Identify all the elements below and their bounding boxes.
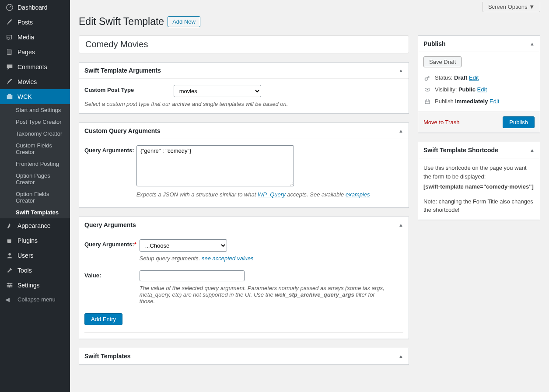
media-icon [5, 33, 14, 41]
submenu-ofc[interactable]: Option Fields Creator [0, 188, 70, 206]
post-title-input[interactable] [79, 35, 409, 53]
select-query-argument[interactable]: ...Choose [140, 239, 227, 252]
desc-setup: Setup query arguments. see accepted valu… [140, 255, 254, 262]
users-icon [5, 252, 14, 259]
collapse-icon: ▲ [399, 354, 403, 359]
submenu-cfc[interactable]: Custom Fields Creator [0, 140, 70, 158]
key-icon [423, 75, 431, 81]
shortcode-instruction: Use this shortcode on the page you want … [423, 164, 535, 181]
box-template-arguments-header[interactable]: Swift Template Arguments ▲ [79, 63, 409, 79]
save-draft-button[interactable]: Save Draft [423, 56, 462, 67]
svg-point-16 [427, 89, 428, 90]
collapse-icon: ▲ [399, 128, 403, 133]
collapse-icon: ▲ [399, 68, 403, 73]
svg-rect-1 [7, 35, 12, 39]
box-shortcode: Swift Template Shortcode ▲ Use this shor… [418, 142, 540, 220]
submenu-fp[interactable]: Frontend Posting [0, 158, 70, 170]
collapse-icon: ▲ [530, 147, 535, 153]
collapse-icon: ▲ [399, 222, 403, 228]
appearance-icon [5, 222, 14, 230]
menu-appearance[interactable]: Appearance [0, 218, 70, 233]
shortcode-note: Note: changing the Form Title also chang… [423, 197, 535, 214]
input-value[interactable] [140, 270, 245, 281]
pages-icon [5, 48, 14, 56]
svg-point-14 [425, 78, 427, 80]
svg-rect-6 [8, 94, 11, 96]
svg-rect-4 [8, 50, 12, 56]
menu-posts[interactable]: Posts [0, 15, 70, 30]
label-query-arguments2: Query Arguments:* [84, 239, 138, 248]
submenu-wck: Start and Settings Post Type Creator Tax… [0, 104, 70, 218]
collapse-icon: ◀ [5, 296, 14, 303]
desc-json: Expects a JSON with a structure similar … [136, 191, 370, 198]
menu-dashboard[interactable]: Dashboard [0, 0, 70, 15]
submenu-opc[interactable]: Option Pages Creator [0, 170, 70, 188]
menu-settings[interactable]: Settings [0, 278, 70, 293]
menu-users[interactable]: Users [0, 248, 70, 263]
label-custom-post-type: Custom Post Type [84, 85, 172, 93]
box-custom-query-header[interactable]: Custom Query Arguments ▲ [79, 123, 409, 139]
box-query-arguments-header[interactable]: Query Arguments ▲ [79, 217, 409, 233]
menu-media[interactable]: Media [0, 30, 70, 45]
submenu-st[interactable]: Swift Templates [0, 206, 70, 218]
page-title: Edit Swift Template [79, 16, 164, 28]
add-new-button[interactable]: Add New [168, 16, 200, 27]
box-custom-query: Custom Query Arguments ▲ Query Arguments… [79, 122, 409, 208]
comments-icon [5, 63, 14, 71]
collapse-menu[interactable]: ◀Collapse menu [0, 293, 70, 306]
submenu-start[interactable]: Start and Settings [0, 104, 70, 116]
settings-icon [5, 281, 14, 289]
box-publish: Publish ▲ Save Draft Status: Draft Edit [418, 35, 540, 133]
textarea-query-arguments[interactable]: {"genre" : "comedy"} [136, 145, 294, 186]
box-swift-templates: Swift Templates ▲ [79, 348, 409, 365]
shortcode-code: [swift-template name="comedy-movies"] [423, 183, 534, 190]
dashboard-icon [5, 4, 14, 11]
publish-button[interactable]: Publish [503, 116, 535, 128]
svg-rect-17 [425, 100, 430, 103]
box-query-arguments: Query Arguments ▲ Query Arguments:* ...C… [79, 217, 409, 339]
menu-pages[interactable]: Pages [0, 45, 70, 60]
menu-tools[interactable]: Tools [0, 263, 70, 278]
plugins-icon [5, 237, 14, 245]
tools-icon [5, 266, 14, 274]
desc-value: The value of the selected query argument… [140, 285, 385, 304]
screen-options-button[interactable]: Screen Options ▼ [483, 2, 540, 12]
calendar-icon [423, 98, 431, 105]
svg-point-12 [10, 284, 12, 286]
box-shortcode-header[interactable]: Swift Template Shortcode ▲ [418, 142, 540, 158]
box-template-arguments: Swift Template Arguments ▲ Custom Post T… [79, 62, 409, 114]
menu-wck[interactable]: WCK [0, 89, 70, 104]
submenu-tc[interactable]: Taxonomy Creator [0, 128, 70, 140]
box-publish-header[interactable]: Publish ▲ [418, 36, 540, 52]
label-query-arguments: Query Arguments: [84, 145, 135, 154]
edit-status-link[interactable]: Edit [469, 74, 479, 81]
pin-icon [5, 18, 14, 26]
svg-point-13 [8, 286, 10, 288]
add-entry-button[interactable]: Add Entry [84, 313, 122, 325]
eye-icon [423, 87, 431, 93]
label-value: Value: [84, 270, 138, 279]
pin-icon [5, 78, 14, 86]
move-to-trash-link[interactable]: Move to Trash [423, 119, 459, 126]
admin-menu: Dashboard Posts Media Pages Comments Mov… [0, 0, 70, 392]
wck-icon [5, 93, 14, 101]
menu-movies[interactable]: Movies [0, 74, 70, 89]
link-examples[interactable]: examples [346, 191, 370, 198]
link-wp-query[interactable]: WP_Query [258, 191, 286, 198]
select-custom-post-type[interactable]: movies [174, 85, 261, 97]
svg-point-11 [8, 283, 10, 285]
box-swift-templates-header[interactable]: Swift Templates ▲ [79, 348, 409, 364]
menu-plugins[interactable]: Plugins [0, 233, 70, 248]
chevron-down-icon: ▼ [529, 4, 535, 10]
edit-visibility-link[interactable]: Edit [477, 86, 487, 93]
menu-comments[interactable]: Comments [0, 60, 70, 74]
submenu-ptc[interactable]: Post Type Creator [0, 116, 70, 128]
desc-custom-post-type: Select a custom post type that our archi… [84, 101, 403, 107]
link-accepted-values[interactable]: see accepted values [202, 255, 254, 262]
svg-rect-5 [7, 95, 13, 99]
collapse-icon: ▲ [530, 41, 535, 46]
svg-point-7 [8, 253, 10, 256]
edit-publish-link[interactable]: Edit [490, 98, 499, 105]
